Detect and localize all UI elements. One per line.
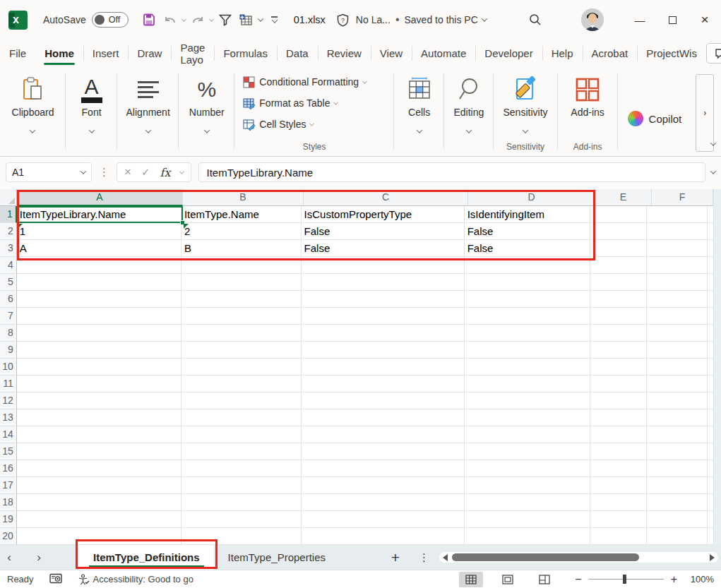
zoom-out-button[interactable]: − [575,573,581,586]
tab-page-layo[interactable]: Page Layo [171,40,214,67]
cell-A1[interactable]: ItemTypeLibrary.Name [17,206,181,223]
cell-B4[interactable] [181,257,302,274]
tab-acrobat[interactable]: Acrobat [583,40,638,67]
cell-B1[interactable]: ItemType.Name [181,206,302,223]
cell-B9[interactable] [181,342,302,359]
cell-E1[interactable] [590,206,646,223]
cell-A11[interactable] [17,376,181,392]
tab-home[interactable]: Home [35,40,83,67]
cell-A17[interactable] [17,477,181,494]
cell-E11[interactable] [590,376,646,392]
cell-A14[interactable] [17,426,181,443]
enter-icon[interactable]: ✓ [141,166,150,179]
cell-F13[interactable] [647,409,708,426]
cell-D12[interactable] [465,392,591,409]
row-header-14[interactable]: 14 [0,426,17,443]
cell-C17[interactable] [302,477,465,494]
tab-insert[interactable]: Insert [83,40,129,67]
zoom-slider[interactable] [589,579,664,580]
cell-B3[interactable]: B [181,240,302,257]
cancel-icon[interactable]: × [124,165,131,179]
row-header-18[interactable]: 18 [0,494,17,511]
cell-E2[interactable] [590,223,646,240]
undo-chevron-icon[interactable] [181,16,186,21]
close-button[interactable]: × [689,6,721,34]
row-header-17[interactable]: 17 [0,477,17,494]
cell-C16[interactable] [302,460,465,477]
cell-F12[interactable] [647,392,708,409]
next-sheet-icon[interactable]: › [30,551,48,565]
cell-C20[interactable] [302,528,465,545]
cell-E13[interactable] [590,409,646,426]
cell-D2[interactable]: False [465,223,591,240]
cell-D8[interactable] [465,325,591,342]
cell-B10[interactable] [181,359,302,376]
cell-C10[interactable] [302,359,465,376]
redo-icon[interactable] [189,11,207,29]
row-header-16[interactable]: 16 [0,460,17,477]
cell-C18[interactable] [302,494,465,511]
cell-F20[interactable] [647,528,708,545]
row-header-15[interactable]: 15 [0,443,17,460]
chevron-down-icon[interactable] [179,169,184,174]
zoom-slider-thumb[interactable] [623,575,626,584]
tab-review[interactable]: Review [318,40,371,67]
cell-F14[interactable] [647,426,708,443]
cell-B18[interactable] [181,494,302,511]
scroll-left-icon[interactable] [443,554,448,561]
vertical-scrollbar[interactable] [713,189,721,545]
cell-F1[interactable] [647,206,708,223]
formula-input[interactable]: ItemTypeLibrary.Name [198,162,705,182]
cell-D11[interactable] [465,376,591,392]
tab-help[interactable]: Help [542,40,583,67]
tab-file[interactable]: File [0,40,35,67]
cell-B2[interactable]: 2 [181,223,302,240]
search-icon[interactable] [526,11,544,29]
column-header-d[interactable]: D [468,189,595,206]
cell-C4[interactable] [302,257,465,274]
cell-C11[interactable] [302,376,465,392]
tab-view[interactable]: View [371,40,412,67]
cell-E7[interactable] [590,308,646,325]
cell-A5[interactable] [17,274,181,291]
name-box[interactable]: A1 [6,162,92,182]
ribbon-group-clipboard[interactable]: Clipboard [0,67,66,156]
sensitivity-shield-icon[interactable]: ? [334,11,352,29]
cell-E6[interactable] [590,291,646,308]
cell-B15[interactable] [181,443,302,460]
sheet-options-icon[interactable]: ⋮ [419,551,429,564]
cell-D4[interactable] [465,257,591,274]
drag-handle[interactable]: ⋮ [99,166,109,179]
cell-C8[interactable] [302,325,465,342]
maximize-button[interactable] [656,6,689,34]
conditional-formatting-button[interactable]: Conditional Formatting [243,71,387,92]
row-header-4[interactable]: 4 [0,257,17,274]
cell-C15[interactable] [302,443,465,460]
cell-F4[interactable] [647,257,708,274]
cell-B14[interactable] [181,426,302,443]
user-avatar[interactable] [581,8,604,31]
cell-D6[interactable] [465,291,591,308]
ribbon-group-cells[interactable]: Cells [394,67,444,156]
row-header-6[interactable]: 6 [0,291,17,308]
ribbon-group-addins[interactable]: Add-ins Add-ins [558,67,618,156]
cell-C13[interactable] [302,409,465,426]
cell-F11[interactable] [647,376,708,392]
cell-E12[interactable] [590,392,646,409]
cell-E10[interactable] [590,359,646,376]
cell-F10[interactable] [647,359,708,376]
ribbon-group-alignment[interactable]: Alignment [117,67,179,156]
autosave-toggle[interactable]: Off [92,12,129,28]
cell-E17[interactable] [590,477,646,494]
tab-projectwis[interactable]: ProjectWis [637,40,706,67]
table-chevron-icon[interactable] [257,16,263,21]
format-table-quick-icon[interactable] [237,11,256,29]
cell-F18[interactable] [647,494,708,511]
cell-B13[interactable] [181,409,302,426]
cell-E18[interactable] [590,494,646,511]
cell-F2[interactable] [647,223,708,240]
accessibility-status[interactable]: Accessibility: Good to go [78,574,193,585]
cell-B20[interactable] [181,528,302,545]
cell-B5[interactable] [181,274,302,291]
copilot-button[interactable]: Copilot [618,81,692,156]
